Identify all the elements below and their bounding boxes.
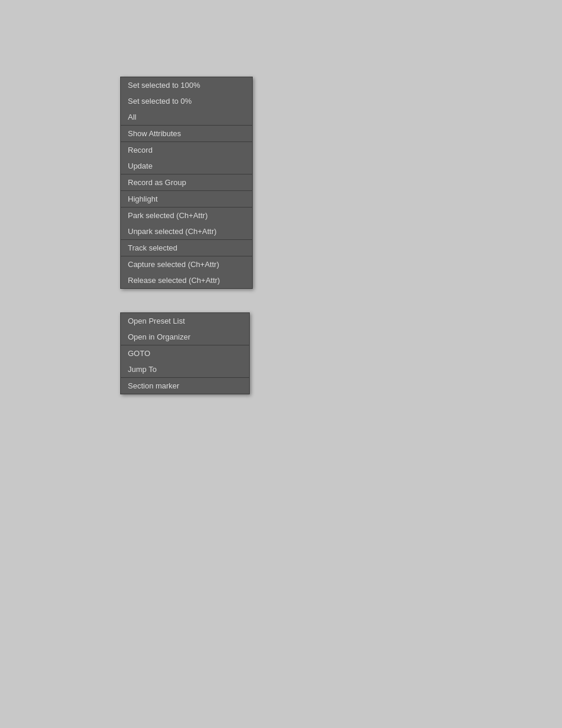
menu-item-unpark-selected[interactable]: Unpark selected (Ch+Attr) xyxy=(121,223,252,239)
menu-item-set-selected-100[interactable]: Set selected to 100% xyxy=(121,77,252,93)
menu-item-track-selected[interactable]: Track selected xyxy=(121,240,252,256)
menu-item-section-marker[interactable]: Section marker xyxy=(121,378,249,394)
menu-item-jump-to[interactable]: Jump To xyxy=(121,361,249,377)
menu-item-highlight[interactable]: Highlight xyxy=(121,191,252,207)
menu-item-record[interactable]: Record xyxy=(121,142,252,158)
menu-item-open-in-organizer[interactable]: Open in Organizer xyxy=(121,329,249,345)
context-menu-1: Set selected to 100% Set selected to 0% … xyxy=(120,77,253,289)
menu-item-update[interactable]: Update xyxy=(121,158,252,174)
menu-item-park-selected[interactable]: Park selected (Ch+Attr) xyxy=(121,207,252,223)
menu-item-set-selected-0[interactable]: Set selected to 0% xyxy=(121,93,252,109)
menu-item-show-attributes[interactable]: Show Attributes xyxy=(121,126,252,141)
menu-item-all[interactable]: All xyxy=(121,109,252,125)
context-menu-2: Open Preset List Open in Organizer GOTO … xyxy=(120,312,250,394)
menu-item-record-as-group[interactable]: Record as Group xyxy=(121,174,252,190)
menu-item-goto[interactable]: GOTO xyxy=(121,345,249,361)
menu-item-release-selected[interactable]: Release selected (Ch+Attr) xyxy=(121,272,252,288)
menu-item-capture-selected[interactable]: Capture selected (Ch+Attr) xyxy=(121,256,252,272)
menu-item-open-preset-list[interactable]: Open Preset List xyxy=(121,313,249,329)
